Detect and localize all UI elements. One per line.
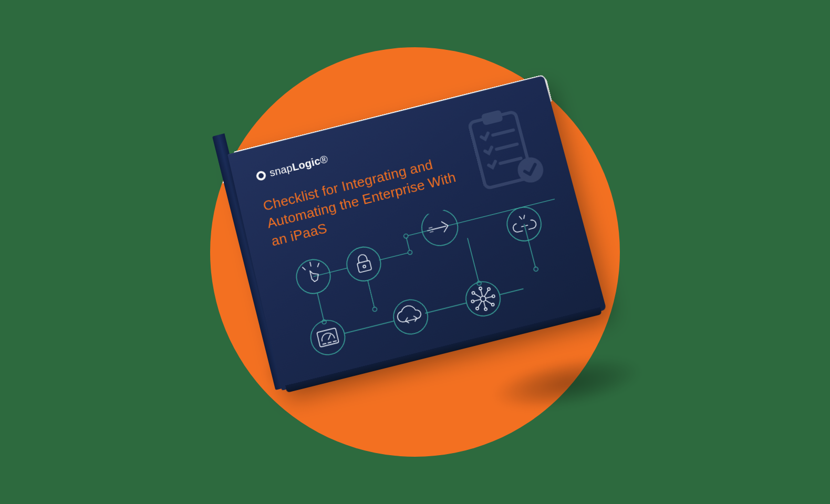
svg-point-42 <box>491 303 494 306</box>
svg-point-24 <box>390 296 431 338</box>
brand-name-prefix: snap <box>268 162 294 178</box>
cloud-code-icon <box>390 296 431 338</box>
svg-rect-1 <box>481 110 503 125</box>
svg-point-34 <box>492 295 495 298</box>
clipboard-check-icon <box>460 101 548 201</box>
promo-scene: snapLogic® Checklist for Integrating and… <box>179 16 651 488</box>
dashboard-gauge-icon <box>307 317 348 358</box>
svg-line-39 <box>477 301 483 307</box>
svg-point-18 <box>307 317 348 358</box>
brand-mark-icon <box>255 170 267 181</box>
brand-name: snapLogic® <box>268 153 329 180</box>
svg-line-27 <box>481 289 482 296</box>
brand-name-suffix: Logic <box>291 155 321 173</box>
svg-point-28 <box>479 287 482 290</box>
svg-point-30 <box>484 308 487 311</box>
svg-line-29 <box>484 301 485 308</box>
svg-point-6 <box>408 250 413 255</box>
svg-line-35 <box>475 292 481 298</box>
lock-icon <box>344 244 385 285</box>
svg-point-36 <box>472 291 475 295</box>
svg-point-40 <box>475 307 479 310</box>
svg-point-32 <box>471 300 474 303</box>
svg-point-8 <box>372 307 378 312</box>
svg-point-11 <box>533 267 538 272</box>
svg-line-31 <box>474 299 481 301</box>
svg-line-4 <box>500 158 521 163</box>
svg-line-33 <box>485 297 492 298</box>
svg-line-20 <box>327 334 331 339</box>
svg-line-22 <box>328 342 331 343</box>
svg-point-15 <box>363 265 366 268</box>
svg-line-3 <box>496 144 517 150</box>
network-hub-icon <box>462 278 504 320</box>
svg-point-25 <box>462 278 504 320</box>
svg-line-37 <box>483 290 489 296</box>
svg-rect-19 <box>317 328 339 348</box>
svg-line-41 <box>486 299 492 305</box>
svg-point-38 <box>487 288 490 291</box>
svg-line-23 <box>333 341 336 341</box>
svg-line-2 <box>493 130 513 135</box>
svg-point-13 <box>344 244 385 285</box>
svg-point-7 <box>403 234 409 239</box>
svg-point-26 <box>480 296 486 302</box>
svg-line-21 <box>323 343 326 344</box>
